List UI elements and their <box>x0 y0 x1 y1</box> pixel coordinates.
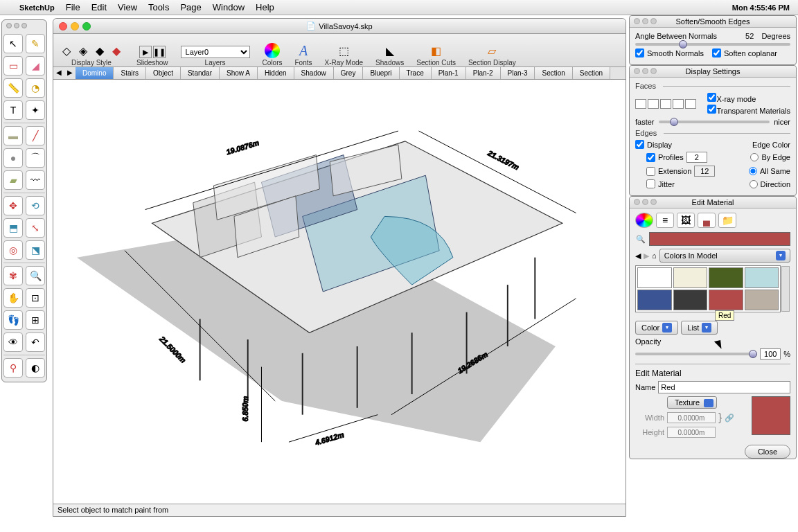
zoom-window-tool[interactable]: ⊡ <box>26 288 45 308</box>
color-mode-button[interactable]: Color▾ <box>635 321 678 335</box>
sliders-icon[interactable]: ≡ <box>656 213 674 228</box>
swatch-tan[interactable] <box>745 290 779 310</box>
menu-edit[interactable]: Edit <box>91 2 107 12</box>
axes-tool[interactable]: ✦ <box>26 100 45 120</box>
material-name-input[interactable] <box>658 381 790 393</box>
offset-tool[interactable]: ◎ <box>3 240 23 260</box>
texture-button[interactable]: Texture <box>667 396 717 409</box>
soften-coplanar-checkbox[interactable] <box>712 48 721 57</box>
nav-fwd-icon[interactable]: ▶ <box>644 251 649 260</box>
section-display-icon[interactable]: ▱ <box>484 43 499 58</box>
smooth-normals-checkbox[interactable] <box>635 48 644 57</box>
style-textured-icon[interactable]: ◆ <box>109 43 124 58</box>
prev-view-tool[interactable]: ↶ <box>26 332 45 352</box>
display-edges-checkbox[interactable] <box>635 140 644 149</box>
app-name[interactable]: SketchUp <box>19 3 55 12</box>
pause-icon[interactable]: ❚❚ <box>153 46 166 58</box>
tab-plan2[interactable]: Plan-2 <box>466 67 501 79</box>
profiles-value[interactable] <box>686 152 707 163</box>
opacity-value[interactable] <box>760 348 781 360</box>
minimize-window-button[interactable] <box>71 22 79 30</box>
swatch-darkgray[interactable] <box>673 290 708 310</box>
byedge-radio[interactable] <box>750 153 759 161</box>
tab-hidden[interactable]: Hidden <box>258 67 294 79</box>
texture-width-input[interactable] <box>667 412 716 423</box>
folder-icon[interactable]: 📁 <box>718 213 736 228</box>
search-icon[interactable]: 🔍 <box>635 233 646 245</box>
swatch-red[interactable]: Red <box>709 290 743 310</box>
colors-icon[interactable] <box>265 43 280 58</box>
tape-tool[interactable]: 📏 <box>3 78 23 98</box>
list-mode-button[interactable]: List▾ <box>681 321 718 335</box>
tab-plan1[interactable]: Plan-1 <box>432 67 466 79</box>
viewport-3d[interactable]: 19.0876m 21.3197m 21.5000m 6.850m 4.6912… <box>53 80 626 504</box>
swatch-white[interactable] <box>637 267 672 288</box>
xray-mode-checkbox[interactable] <box>707 93 716 102</box>
tab-domino[interactable]: Domino <box>76 67 114 79</box>
style-hidden-icon[interactable]: ◈ <box>76 43 91 58</box>
look-tool[interactable]: 👁 <box>3 332 23 352</box>
select-tool[interactable]: ↖ <box>3 34 23 53</box>
protractor-tool[interactable]: ◔ <box>26 78 45 98</box>
shadows-icon[interactable]: ◣ <box>382 43 398 58</box>
swatch-scrollbar[interactable] <box>781 266 790 312</box>
tab-section[interactable]: Section <box>535 67 572 79</box>
jitter-checkbox[interactable] <box>646 179 655 188</box>
walk-tool[interactable]: 👣 <box>3 310 23 330</box>
nav-back-icon[interactable]: ◀ <box>635 251 641 260</box>
followme-tool[interactable]: ⬔ <box>26 240 45 260</box>
tab-stairs[interactable]: Stairs <box>114 67 146 79</box>
style-shaded-icon[interactable]: ◆ <box>92 43 107 58</box>
arc-tool[interactable]: ⌒ <box>26 148 45 168</box>
section-tool[interactable]: ◐ <box>26 358 45 378</box>
extension-value[interactable] <box>694 166 715 177</box>
image-icon[interactable]: 🖼 <box>677 213 695 228</box>
paint-tool[interactable]: ✎ <box>26 34 45 53</box>
zoom-extents-tool[interactable]: ⊞ <box>26 310 45 330</box>
rect-tool[interactable]: ▬ <box>3 126 23 145</box>
texture-height-input[interactable] <box>667 427 716 438</box>
fonts-icon[interactable]: A <box>296 43 311 58</box>
menu-view[interactable]: View <box>118 2 137 12</box>
zoom-window-button[interactable] <box>82 22 91 30</box>
position-camera-tool[interactable]: ⚲ <box>3 358 23 378</box>
swatch-olive[interactable] <box>709 267 743 288</box>
home-icon[interactable]: ⌂ <box>652 251 657 260</box>
close-button[interactable]: Close <box>745 445 790 459</box>
direction-radio[interactable] <box>750 180 758 188</box>
rotate-tool[interactable]: ⟲ <box>26 196 45 215</box>
menu-page[interactable]: Page <box>180 2 201 12</box>
xray-icon[interactable]: ⬚ <box>336 43 351 58</box>
polygon-tool[interactable]: ▰ <box>3 170 23 190</box>
close-window-button[interactable] <box>59 22 67 30</box>
tab-grey[interactable]: Grey <box>334 67 364 79</box>
layer-select[interactable]: Layer0 <box>181 46 250 58</box>
brick-icon[interactable]: ▄ <box>698 213 716 228</box>
circle-tool[interactable]: ● <box>3 148 23 168</box>
profiles-checkbox[interactable] <box>646 153 655 162</box>
orbit-tool[interactable]: ✾ <box>3 266 23 285</box>
menu-window[interactable]: Window <box>213 2 245 12</box>
tab-section2[interactable]: Section <box>573 67 610 79</box>
material-library-select[interactable]: Colors In Model▾ <box>659 249 790 263</box>
line-tool[interactable]: ╱ <box>26 126 45 145</box>
tab-trace[interactable]: Trace <box>400 67 432 79</box>
pushpull-tool[interactable]: ⬒ <box>3 218 23 238</box>
transparent-checkbox[interactable] <box>707 105 716 114</box>
pan-tool[interactable]: ✋ <box>3 288 23 308</box>
play-icon[interactable]: ▶ <box>139 46 152 58</box>
colorwheel-icon[interactable] <box>635 213 653 228</box>
scale-tool[interactable]: ⤡ <box>26 218 45 238</box>
section-cuts-icon[interactable]: ◧ <box>429 43 444 58</box>
menu-tools[interactable]: Tools <box>148 2 169 12</box>
freehand-tool[interactable]: 〰 <box>26 170 45 190</box>
tab-shadow[interactable]: Shadow <box>294 67 334 79</box>
scene-next[interactable]: ▶ <box>64 67 76 79</box>
tab-standar[interactable]: Standar <box>181 67 220 79</box>
move-tool[interactable]: ✥ <box>3 196 23 215</box>
tab-plan3[interactable]: Plan-3 <box>501 67 535 79</box>
style-wireframe-icon[interactable]: ◇ <box>59 43 74 58</box>
scene-prev[interactable]: ◀ <box>53 67 64 79</box>
tab-bluepri[interactable]: Bluepri <box>363 67 399 79</box>
rectangle-tool[interactable]: ▭ <box>3 56 23 76</box>
